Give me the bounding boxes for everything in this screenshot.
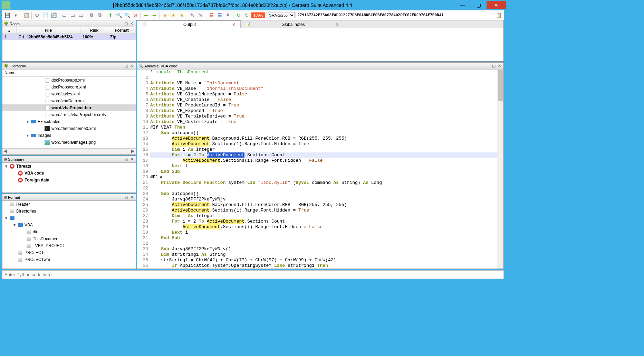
close-panel-icon[interactable]: ✕ [129, 157, 134, 161]
code-line[interactable]: Private Declare Function system Lib "lib… [150, 180, 497, 186]
code-line[interactable]: ActiveDocument.Background.Fill.ForeColor… [150, 202, 497, 208]
tree-item[interactable]: _VBA_PROJECT [2, 242, 136, 249]
pane2-icon[interactable]: ▭ [69, 11, 76, 19]
close-panel-icon[interactable]: ✕ [129, 21, 134, 26]
bars1-icon[interactable]: ☰ [208, 11, 215, 19]
undock-icon[interactable]: ◱ [123, 21, 129, 26]
summary-tree[interactable]: ▾✖Threats✖VBA code✖Foreign data [2, 163, 136, 184]
zoom2-icon[interactable]: 🔍 [123, 11, 131, 19]
close-panel-icon[interactable]: ✕ [129, 195, 134, 199]
code-line[interactable]: If Application.system.OperatingSystem Li… [150, 263, 497, 269]
code-line[interactable]: Dim i As Integer [150, 213, 497, 219]
code-line[interactable]: Sub autoopen() [150, 191, 497, 197]
tree-item[interactable]: dir [2, 228, 136, 235]
code-line[interactable]: ActiveDocument.Sections(i).Range.Font.Hi… [150, 158, 497, 163]
code-line[interactable]: Attribute VB_Customizable = True [150, 119, 497, 125]
close-icon[interactable]: ✕ [232, 22, 236, 27]
refresh-icon[interactable]: 🔄 [50, 11, 57, 19]
vscroll[interactable] [497, 69, 503, 269]
close-panel-icon[interactable]: ✕ [129, 64, 134, 68]
code-line[interactable]: Sub Jurvq86PFf2PkeTyWNjv() [150, 246, 497, 252]
undock-icon[interactable]: ◱ [491, 64, 497, 68]
copy-icon[interactable]: ⧉ [88, 11, 95, 19]
python-input[interactable] [2, 270, 504, 279]
code-line[interactable]: ActiveDocument.Sections(i).Range.Font.Hi… [150, 224, 497, 230]
code-line[interactable]: Dim strString1 As String [150, 252, 497, 257]
tree-item[interactable]: docProps/app.xml [2, 77, 136, 84]
code-line[interactable]: Sub autoopen() [150, 130, 497, 136]
wand-icon[interactable]: ✎ [189, 11, 196, 19]
wand2-icon[interactable]: ✎ [197, 11, 204, 19]
code-line[interactable]: For i = 2 To ActiveDocument.Sections.Cou… [150, 152, 497, 158]
code-line[interactable]: strString1 = ChrW(42) + ChrW(77) + ChrW(… [150, 257, 497, 263]
output-body[interactable] [137, 28, 503, 61]
copy-hash-icon[interactable]: 📋 [495, 11, 502, 19]
save-icon[interactable]: 💾 [3, 11, 11, 19]
tree-item[interactable]: docProps/core.xml [2, 84, 136, 91]
reload-icon[interactable]: ↻ [235, 11, 242, 19]
code-line[interactable] [150, 241, 497, 246]
tree-item[interactable]: ▾Executables [2, 118, 136, 125]
zoom-icon[interactable]: 🔍 [115, 11, 123, 19]
code-line[interactable]: Attribute VB_TemplateDerived = True [150, 114, 497, 119]
tree-item[interactable]: PROJECTwm [2, 256, 136, 263]
hierarchy-tree[interactable]: docProps/app.xmldocProps/core.xmlword/st… [2, 77, 136, 148]
undock-icon[interactable]: ◱ [123, 64, 129, 68]
tree-item[interactable]: word/_rels/vbaProject.bin.rels [2, 111, 136, 118]
code-line[interactable]: Attribute VB_GlobalNameSpace = False [150, 92, 497, 97]
code-line[interactable]: Attribute VB_Creatable = False [150, 97, 497, 103]
tree-item[interactable]: ▾ [2, 215, 136, 222]
code-line[interactable]: ActiveDocument.Background.Fill.ForeColor… [150, 136, 497, 141]
code-line[interactable]: Next i [150, 230, 497, 235]
roots-table[interactable]: #FileRiskFormat 1C:\...\2bb855dc5d845eb5… [2, 27, 136, 40]
code-line[interactable] [150, 75, 497, 81]
tree-item[interactable]: Directories [2, 208, 136, 215]
forward-icon[interactable]: ➡ [151, 11, 158, 19]
dropdown-icon[interactable]: ▾ [12, 11, 19, 19]
code-line[interactable]: #Else [150, 175, 497, 180]
tab-output[interactable]: 📄Output✕ [137, 20, 241, 28]
roots-row[interactable]: 1C:\...\2bb855dc5d845eb5f24100%Zip [2, 34, 136, 40]
close-panel-icon[interactable]: ✕ [497, 64, 502, 68]
tree-item[interactable]: ✖VBA code [2, 170, 136, 177]
star2-icon[interactable]: ★ [170, 11, 177, 19]
tree-item[interactable]: word/vbaProject.bin [2, 104, 136, 111]
hash-algo-select[interactable]: SHA-2/256 [266, 12, 295, 18]
tree-item[interactable]: Header [2, 201, 136, 208]
tab-global-notes[interactable]: 📝Global notes✕ [241, 20, 344, 28]
maximize-button[interactable]: ▢ [471, 1, 487, 9]
tree-item[interactable]: word/styles.xml [2, 91, 136, 97]
tree-item[interactable]: PROJECT [2, 249, 136, 256]
reload2-icon[interactable]: ↻ [243, 11, 251, 19]
titlebar[interactable]: [2bb855dc5d845eb5f2466d7186f150c172da737… [0, 0, 506, 10]
tree-item[interactable]: ▾Images [2, 132, 136, 139]
code-line[interactable]: Attribute VB_PredeclaredId = True [150, 103, 497, 108]
tree-item[interactable]: ✖Foreign data [2, 177, 136, 184]
hash-icon[interactable]: # [224, 11, 232, 19]
code-editor[interactable]: 1234567891011121314151617181920212223242… [137, 69, 503, 269]
code-line[interactable]: End Sub [150, 235, 497, 241]
tree-item[interactable]: ▾VBA [2, 222, 136, 228]
hash-value-field[interactable] [296, 12, 494, 18]
bars2-icon[interactable]: ☰ [216, 11, 223, 19]
code-line[interactable]: #If VBA7 Then [150, 125, 497, 130]
tree-item[interactable]: >_word/theme/theme0.xml [2, 125, 136, 132]
undock-icon[interactable]: ◱ [123, 157, 129, 161]
code-line[interactable]: ActiveDocument.Sections(1).Range.Font.Hi… [150, 208, 497, 213]
paste-icon[interactable]: 📋 [22, 11, 30, 19]
code-line[interactable]: End Sub [150, 169, 497, 175]
hscroll[interactable]: ◀▶ [2, 148, 136, 154]
star3-icon[interactable]: ★ [178, 11, 185, 19]
close-icon[interactable]: ✕ [336, 22, 339, 27]
code-line[interactable]: ActiveDocument.Sections(1).Range.Font.Hi… [150, 141, 497, 147]
tree-item[interactable]: word/vbaData.xml [2, 97, 136, 104]
pane-icon[interactable]: ▭ [60, 11, 68, 19]
add-doc-icon[interactable]: 📄 [41, 11, 49, 19]
close-button[interactable]: ✕ [487, 1, 506, 9]
tree-item[interactable]: ▾✖Threats [2, 163, 136, 170]
code-line[interactable]: For i = 2 To ActiveDocument.Sections.Cou… [150, 219, 497, 224]
code-line[interactable]: Attribute VB_Base = "1Normal.ThisDocumen… [150, 86, 497, 92]
undock-icon[interactable]: ◱ [123, 195, 129, 199]
format-tree[interactable]: HeaderDirectories▾▾VBAdirThisDocument_VB… [2, 201, 136, 263]
code-line[interactable]: Attribute VB_Exposed = True [150, 108, 497, 114]
